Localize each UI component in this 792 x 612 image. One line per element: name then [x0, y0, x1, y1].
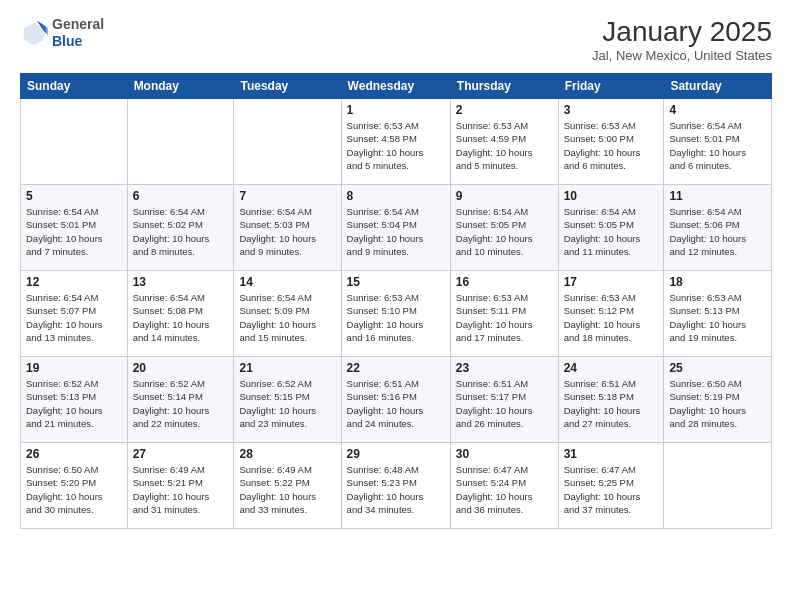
day-number: 20 [133, 361, 229, 375]
calendar-cell: 3Sunrise: 6:53 AMSunset: 5:00 PMDaylight… [558, 99, 664, 185]
day-number: 1 [347, 103, 445, 117]
day-number: 24 [564, 361, 659, 375]
calendar-cell: 29Sunrise: 6:48 AMSunset: 5:23 PMDayligh… [341, 443, 450, 529]
calendar-cell [127, 99, 234, 185]
calendar-cell: 8Sunrise: 6:54 AMSunset: 5:04 PMDaylight… [341, 185, 450, 271]
day-number: 22 [347, 361, 445, 375]
calendar-title: January 2025 [592, 16, 772, 48]
calendar-cell: 13Sunrise: 6:54 AMSunset: 5:08 PMDayligh… [127, 271, 234, 357]
calendar-cell: 2Sunrise: 6:53 AMSunset: 4:59 PMDaylight… [450, 99, 558, 185]
calendar-cell: 31Sunrise: 6:47 AMSunset: 5:25 PMDayligh… [558, 443, 664, 529]
day-info: Sunrise: 6:47 AMSunset: 5:24 PMDaylight:… [456, 463, 553, 516]
day-info: Sunrise: 6:54 AMSunset: 5:03 PMDaylight:… [239, 205, 335, 258]
day-number: 31 [564, 447, 659, 461]
day-number: 12 [26, 275, 122, 289]
day-number: 16 [456, 275, 553, 289]
logo: General Blue [20, 16, 104, 50]
header-thursday: Thursday [450, 74, 558, 99]
logo-icon [20, 19, 48, 47]
calendar-cell: 28Sunrise: 6:49 AMSunset: 5:22 PMDayligh… [234, 443, 341, 529]
day-info: Sunrise: 6:52 AMSunset: 5:14 PMDaylight:… [133, 377, 229, 430]
day-info: Sunrise: 6:51 AMSunset: 5:17 PMDaylight:… [456, 377, 553, 430]
calendar-cell: 1Sunrise: 6:53 AMSunset: 4:58 PMDaylight… [341, 99, 450, 185]
day-info: Sunrise: 6:51 AMSunset: 5:16 PMDaylight:… [347, 377, 445, 430]
day-info: Sunrise: 6:53 AMSunset: 5:13 PMDaylight:… [669, 291, 766, 344]
calendar-cell: 30Sunrise: 6:47 AMSunset: 5:24 PMDayligh… [450, 443, 558, 529]
weekday-header-row: Sunday Monday Tuesday Wednesday Thursday… [21, 74, 772, 99]
calendar-cell: 23Sunrise: 6:51 AMSunset: 5:17 PMDayligh… [450, 357, 558, 443]
calendar-subtitle: Jal, New Mexico, United States [592, 48, 772, 63]
day-number: 3 [564, 103, 659, 117]
day-info: Sunrise: 6:50 AMSunset: 5:20 PMDaylight:… [26, 463, 122, 516]
day-info: Sunrise: 6:54 AMSunset: 5:05 PMDaylight:… [456, 205, 553, 258]
calendar-cell: 21Sunrise: 6:52 AMSunset: 5:15 PMDayligh… [234, 357, 341, 443]
calendar-week-3: 19Sunrise: 6:52 AMSunset: 5:13 PMDayligh… [21, 357, 772, 443]
calendar-week-2: 12Sunrise: 6:54 AMSunset: 5:07 PMDayligh… [21, 271, 772, 357]
day-number: 11 [669, 189, 766, 203]
day-info: Sunrise: 6:53 AMSunset: 5:12 PMDaylight:… [564, 291, 659, 344]
calendar-cell: 15Sunrise: 6:53 AMSunset: 5:10 PMDayligh… [341, 271, 450, 357]
calendar-cell [234, 99, 341, 185]
calendar-cell: 18Sunrise: 6:53 AMSunset: 5:13 PMDayligh… [664, 271, 772, 357]
day-info: Sunrise: 6:48 AMSunset: 5:23 PMDaylight:… [347, 463, 445, 516]
day-number: 21 [239, 361, 335, 375]
day-number: 9 [456, 189, 553, 203]
calendar-cell: 9Sunrise: 6:54 AMSunset: 5:05 PMDaylight… [450, 185, 558, 271]
day-info: Sunrise: 6:54 AMSunset: 5:04 PMDaylight:… [347, 205, 445, 258]
day-info: Sunrise: 6:54 AMSunset: 5:01 PMDaylight:… [669, 119, 766, 172]
day-number: 29 [347, 447, 445, 461]
day-info: Sunrise: 6:52 AMSunset: 5:13 PMDaylight:… [26, 377, 122, 430]
day-info: Sunrise: 6:54 AMSunset: 5:09 PMDaylight:… [239, 291, 335, 344]
day-info: Sunrise: 6:49 AMSunset: 5:22 PMDaylight:… [239, 463, 335, 516]
day-info: Sunrise: 6:50 AMSunset: 5:19 PMDaylight:… [669, 377, 766, 430]
logo-general: General [52, 16, 104, 32]
day-number: 7 [239, 189, 335, 203]
calendar-week-4: 26Sunrise: 6:50 AMSunset: 5:20 PMDayligh… [21, 443, 772, 529]
day-info: Sunrise: 6:54 AMSunset: 5:06 PMDaylight:… [669, 205, 766, 258]
calendar-cell: 20Sunrise: 6:52 AMSunset: 5:14 PMDayligh… [127, 357, 234, 443]
calendar-cell: 26Sunrise: 6:50 AMSunset: 5:20 PMDayligh… [21, 443, 128, 529]
header-monday: Monday [127, 74, 234, 99]
header-sunday: Sunday [21, 74, 128, 99]
day-number: 4 [669, 103, 766, 117]
day-number: 5 [26, 189, 122, 203]
day-number: 25 [669, 361, 766, 375]
day-info: Sunrise: 6:53 AMSunset: 4:58 PMDaylight:… [347, 119, 445, 172]
day-number: 13 [133, 275, 229, 289]
day-info: Sunrise: 6:53 AMSunset: 5:00 PMDaylight:… [564, 119, 659, 172]
day-info: Sunrise: 6:51 AMSunset: 5:18 PMDaylight:… [564, 377, 659, 430]
calendar-cell: 6Sunrise: 6:54 AMSunset: 5:02 PMDaylight… [127, 185, 234, 271]
calendar-cell: 4Sunrise: 6:54 AMSunset: 5:01 PMDaylight… [664, 99, 772, 185]
calendar-cell: 25Sunrise: 6:50 AMSunset: 5:19 PMDayligh… [664, 357, 772, 443]
day-number: 8 [347, 189, 445, 203]
day-info: Sunrise: 6:49 AMSunset: 5:21 PMDaylight:… [133, 463, 229, 516]
day-info: Sunrise: 6:53 AMSunset: 4:59 PMDaylight:… [456, 119, 553, 172]
day-info: Sunrise: 6:53 AMSunset: 5:11 PMDaylight:… [456, 291, 553, 344]
day-info: Sunrise: 6:54 AMSunset: 5:01 PMDaylight:… [26, 205, 122, 258]
day-number: 14 [239, 275, 335, 289]
day-info: Sunrise: 6:54 AMSunset: 5:08 PMDaylight:… [133, 291, 229, 344]
calendar-week-1: 5Sunrise: 6:54 AMSunset: 5:01 PMDaylight… [21, 185, 772, 271]
calendar-cell: 14Sunrise: 6:54 AMSunset: 5:09 PMDayligh… [234, 271, 341, 357]
day-number: 26 [26, 447, 122, 461]
header-tuesday: Tuesday [234, 74, 341, 99]
title-block: January 2025 Jal, New Mexico, United Sta… [592, 16, 772, 63]
day-number: 18 [669, 275, 766, 289]
day-number: 27 [133, 447, 229, 461]
day-info: Sunrise: 6:53 AMSunset: 5:10 PMDaylight:… [347, 291, 445, 344]
calendar-cell: 12Sunrise: 6:54 AMSunset: 5:07 PMDayligh… [21, 271, 128, 357]
calendar-cell [21, 99, 128, 185]
day-number: 19 [26, 361, 122, 375]
page: General Blue January 2025 Jal, New Mexic… [0, 0, 792, 612]
day-number: 30 [456, 447, 553, 461]
calendar-cell: 17Sunrise: 6:53 AMSunset: 5:12 PMDayligh… [558, 271, 664, 357]
day-number: 10 [564, 189, 659, 203]
day-info: Sunrise: 6:52 AMSunset: 5:15 PMDaylight:… [239, 377, 335, 430]
day-number: 17 [564, 275, 659, 289]
calendar-cell: 11Sunrise: 6:54 AMSunset: 5:06 PMDayligh… [664, 185, 772, 271]
calendar-cell [664, 443, 772, 529]
calendar-cell: 19Sunrise: 6:52 AMSunset: 5:13 PMDayligh… [21, 357, 128, 443]
calendar-cell: 27Sunrise: 6:49 AMSunset: 5:21 PMDayligh… [127, 443, 234, 529]
calendar-week-0: 1Sunrise: 6:53 AMSunset: 4:58 PMDaylight… [21, 99, 772, 185]
calendar-cell: 10Sunrise: 6:54 AMSunset: 5:05 PMDayligh… [558, 185, 664, 271]
